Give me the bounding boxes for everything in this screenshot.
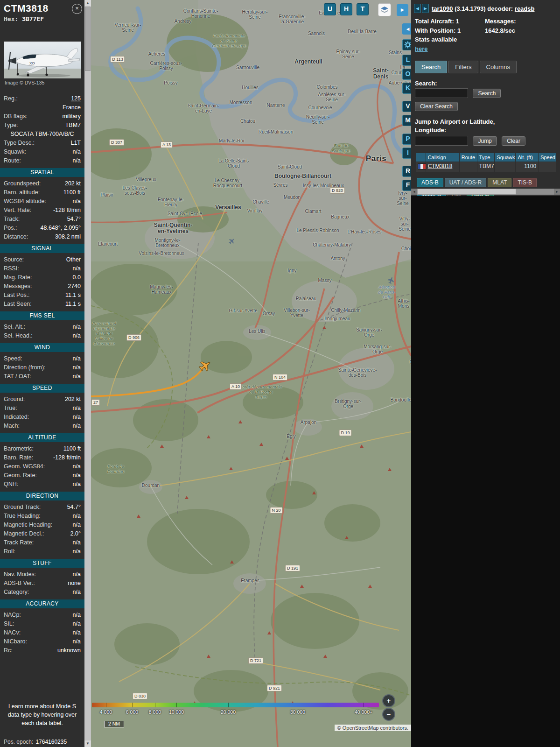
map-button-v[interactable]: V (402, 101, 411, 112)
map[interactable]: Conflans-Sainte- HonorineHerblay-sur- Se… (91, 0, 411, 747)
map-button-l[interactable]: L (402, 55, 411, 66)
info-label: Track Rate: (4, 539, 34, 546)
filter-tis-b[interactable]: TIS-B (513, 178, 537, 187)
map-button-p[interactable]: P (402, 134, 411, 145)
decoder-link[interactable]: readsb (515, 5, 535, 12)
map-button-u[interactable]: U (324, 3, 336, 15)
zoom-out-button[interactable]: − (382, 708, 395, 721)
aircraft-photo: XO (4, 42, 81, 78)
left-panel-scrollbar[interactable]: ▲ ▼ (84, 0, 91, 747)
info-label: Route: (4, 157, 21, 164)
info-label: Msg. Rate: (4, 274, 32, 281)
map-button-m[interactable]: M (402, 115, 411, 126)
table-header-cell[interactable]: Speed (539, 153, 556, 162)
map-button-k[interactable]: K (402, 83, 411, 94)
clear-search-button[interactable]: Clear Search (415, 102, 458, 111)
stats-block: Total Aircraft: 1 With Position: 1 Stats… (411, 14, 560, 53)
info-value: L1T (70, 139, 81, 147)
table-header-cell[interactable]: Alt. (ft) (516, 153, 538, 162)
sidebar-tabs: Search Filters Columns (415, 61, 556, 73)
info-row: True Heading:n/a (0, 511, 84, 520)
map-button-h[interactable]: H (340, 3, 352, 15)
table-header-cell[interactable]: Callsign (426, 153, 459, 162)
info-row: Indicated:n/a (0, 412, 84, 421)
app-name-link[interactable]: tar1090 (432, 5, 453, 12)
mode-s-note: Learn more about Mode S data type by hov… (0, 702, 84, 727)
filter-uat-ads-r[interactable]: UAT / ADS-R (445, 178, 487, 187)
info-value: 308.2 nmi (55, 233, 81, 240)
info-row: Messages:2740 (0, 282, 84, 290)
page-next-icon[interactable]: ▶ (422, 4, 429, 13)
map-button-o[interactable]: O (402, 69, 411, 80)
info-value[interactable]: 125 (71, 95, 81, 102)
aircraft-table: CallsignRouteTypeSquawkAlt. (ft)Speed CT… (416, 153, 556, 172)
map-button-f[interactable]: F (402, 180, 411, 191)
tab-columns[interactable]: Columns (480, 61, 517, 73)
info-label: TAT / OAT: (4, 373, 31, 380)
tab-search[interactable]: Search (415, 61, 447, 73)
close-icon[interactable]: × (72, 4, 82, 14)
info-label: Magnetic Decl.: (4, 530, 44, 537)
map-canvas[interactable] (91, 0, 411, 747)
map-button-r[interactable]: R (402, 166, 411, 177)
map-button-t[interactable]: T (357, 3, 369, 15)
info-row: Baro. Rate:-128 ft/min (0, 453, 84, 462)
jump-button[interactable]: Jump (473, 136, 497, 146)
squawk-cell (495, 162, 515, 172)
layers-button[interactable] (378, 3, 391, 16)
page-prev-icon[interactable]: ◀ (414, 4, 421, 13)
table-header-cell[interactable]: Type (477, 153, 495, 162)
info-row: Msg. Rate:0.0 (0, 273, 84, 282)
scroll-up-icon[interactable]: ▲ (84, 0, 91, 7)
jump-clear-button[interactable]: Clear (502, 136, 525, 146)
table-header-cell[interactable]: Squawk (495, 153, 515, 162)
hscrollbar-thumb[interactable] (417, 189, 516, 195)
info-row: QNH:n/a (0, 479, 84, 488)
panel-collapse-button[interactable]: ◄ (402, 23, 411, 35)
callsign-cell[interactable]: CTM3818 (426, 162, 459, 172)
info-label: Baro. altitude: (4, 189, 40, 196)
info-row: Magnetic Heading:n/a (0, 520, 84, 529)
jump-input[interactable] (415, 136, 468, 146)
table-header-cell[interactable] (416, 153, 426, 162)
stats-here-link[interactable]: here (415, 45, 427, 52)
info-value: 202 kt (65, 180, 81, 187)
filter-ads-b[interactable]: ADS-B (417, 178, 443, 187)
info-row: NACv:n/a (0, 628, 84, 637)
table-row[interactable]: CTM3818TBM71100 (416, 162, 556, 172)
info-label: Distance: (4, 233, 28, 240)
scroll-left-icon[interactable]: ◄ (411, 189, 417, 195)
map-button-i[interactable]: I (402, 148, 411, 159)
messages-label: Messages: (485, 17, 556, 26)
section-header: ACCURACY (0, 599, 84, 608)
info-value: 2740 (68, 282, 81, 290)
info-label: Direction (from): (4, 364, 46, 371)
search-label: Search: (415, 80, 556, 87)
jump-label: Jump to Airport or Latitude, Longitude: (415, 118, 527, 134)
info-row: Track Rate:n/a (0, 538, 84, 547)
info-value: 54.7° (67, 215, 81, 223)
aircraft-table-body: CTM3818TBM71100 (416, 162, 556, 172)
zoom-in-button[interactable]: + (382, 694, 395, 707)
altitude-legend-bar (92, 703, 379, 707)
settings-button[interactable] (402, 39, 411, 50)
search-area: Search: Search Clear Search Jump to Airp… (411, 73, 560, 196)
sidebar-toggle-button[interactable]: ► (397, 4, 408, 16)
info-label: Baro. Rate: (4, 454, 33, 461)
scrollbar-thumb[interactable] (85, 7, 91, 71)
legend-tick-mark (132, 703, 133, 707)
scroll-down-icon[interactable]: ▼ (84, 740, 91, 747)
info-label: Source: (4, 256, 24, 263)
horizontal-scrollbar[interactable]: ◄ ► (411, 189, 560, 195)
aircraft-table-head-row: CallsignRouteTypeSquawkAlt. (ft)Speed (416, 153, 556, 162)
info-label: Barometric: (4, 445, 34, 452)
table-header-cell[interactable]: Route (460, 153, 477, 162)
info-row: Rc:unknown (0, 646, 84, 655)
search-button[interactable]: Search (473, 89, 501, 98)
info-label: SIL: (4, 620, 14, 627)
scroll-right-icon[interactable]: ► (554, 189, 560, 195)
filter-mlat[interactable]: MLAT (488, 178, 511, 187)
search-input[interactable] (415, 88, 468, 98)
tab-filters[interactable]: Filters (448, 61, 478, 73)
pos-epoch-row: Pos. epoch:1764160235 (4, 739, 67, 745)
